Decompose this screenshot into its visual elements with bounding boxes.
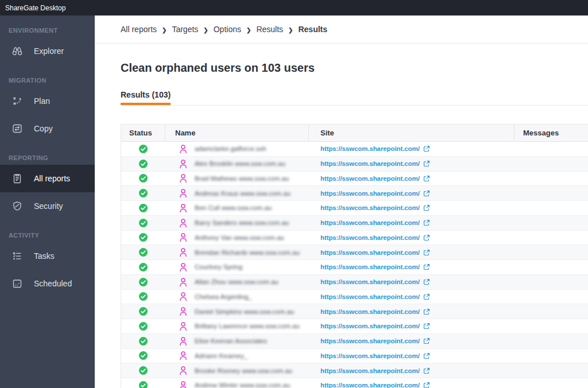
messages-cell [514, 378, 588, 388]
table-row[interactable]: Brendan Richards www.ssw.com.au https://… [121, 245, 588, 260]
site-link[interactable]: https://sswcom.sharepoint.com/ [320, 145, 430, 152]
name-cell: Andreas Kraus www.ssw.com.au [165, 186, 309, 200]
sidebar-section-reporting: REPORTING All reports Security [0, 151, 95, 220]
status-cell [121, 260, 165, 274]
sidebar-item-copy[interactable]: Copy [0, 115, 95, 143]
site-link[interactable]: https://sswcom.sharepoint.com/ [320, 204, 430, 211]
external-link-icon [423, 219, 430, 226]
site-link[interactable]: https://sswcom.sharepoint.com/ [320, 175, 430, 182]
site-link[interactable]: https://sswcom.sharepoint.com/ [320, 234, 430, 241]
external-link-icon [423, 382, 430, 388]
site-link[interactable]: https://sswcom.sharepoint.com/ [320, 160, 430, 167]
table-row[interactable]: Brittany Lawrence www.ssw.com.au https:/… [121, 319, 588, 334]
table-row[interactable]: Anthony Van www.ssw.com.au https://sswco… [121, 231, 588, 246]
breadcrumb-results-current[interactable]: Results [298, 25, 327, 34]
breadcrumb-all-reports[interactable]: All reports [121, 25, 157, 34]
messages-cell [514, 245, 588, 259]
site-cell: https://sswcom.sharepoint.com/ [309, 304, 514, 319]
site-link[interactable]: https://sswcom.sharepoint.com/ [320, 367, 430, 374]
user-name: Brendan Richards www.ssw.com.au [195, 249, 300, 256]
table-body: adamclarke.galforce.ssh https://sswcom.s… [121, 142, 588, 388]
sidebar-item-security[interactable]: Security [0, 192, 95, 220]
site-link[interactable]: https://sswcom.sharepoint.com/ [320, 323, 430, 329]
table-row[interactable]: Brooke Rooney www.ssw.com.au https://ssw… [121, 363, 588, 378]
external-link-icon [423, 367, 430, 374]
external-link-icon [423, 337, 430, 344]
tab-results[interactable]: Results (103) [121, 90, 171, 104]
name-cell: adamclarke.galforce.ssh [165, 142, 309, 156]
breadcrumb-options[interactable]: Options [214, 25, 241, 34]
user-name: Andrew Winter www.ssw.com.au [195, 382, 290, 388]
user-name: Adriann Kearney_ [195, 352, 247, 359]
person-icon [179, 306, 188, 316]
sidebar-item-scheduled[interactable]: Scheduled [0, 270, 95, 298]
success-check-icon [139, 381, 148, 388]
site-link[interactable]: https://sswcom.sharepoint.com/ [320, 219, 430, 226]
site-url: https://sswcom.sharepoint.com/ [320, 204, 420, 211]
status-cell [121, 157, 165, 171]
site-link[interactable]: https://sswcom.sharepoint.com/ [320, 308, 430, 315]
site-link[interactable]: https://sswcom.sharepoint.com/ [320, 352, 430, 359]
table-row[interactable]: Courtney Spring https://sswcom.sharepoin… [121, 260, 588, 275]
user-name: Brad Mathews www.ssw.com.au [195, 175, 289, 182]
report-document-icon [11, 173, 23, 184]
success-check-icon [139, 292, 148, 301]
name-cell: Brittany Lawrence www.ssw.com.au [165, 319, 309, 333]
external-link-icon [423, 190, 430, 197]
section-label-migration: MIGRATION [0, 73, 95, 87]
site-link[interactable]: https://sswcom.sharepoint.com/ [320, 337, 430, 344]
sidebar-item-plan[interactable]: Plan [0, 87, 95, 115]
site-url: https://sswcom.sharepoint.com/ [320, 367, 420, 374]
site-link[interactable]: https://sswcom.sharepoint.com/ [320, 249, 430, 256]
sidebar-item-all-reports[interactable]: All reports [0, 165, 95, 193]
column-header-messages[interactable]: Messages [514, 125, 588, 141]
site-url: https://sswcom.sharepoint.com/ [320, 160, 420, 167]
site-link[interactable]: https://sswcom.sharepoint.com/ [320, 293, 430, 300]
site-link[interactable]: https://sswcom.sharepoint.com/ [320, 278, 430, 285]
status-cell [121, 349, 165, 363]
external-link-icon [423, 145, 430, 152]
messages-cell [514, 231, 588, 245]
table-row[interactable]: Chelsea Argenling_ https://sswcom.sharep… [121, 290, 588, 305]
site-link[interactable]: https://sswcom.sharepoint.com/ [320, 382, 430, 388]
calendar-icon [11, 278, 23, 289]
table-row[interactable]: Allan Zhou www.ssw.com.au https://sswcom… [121, 275, 588, 290]
site-url: https://sswcom.sharepoint.com/ [320, 337, 420, 344]
table-row[interactable]: Ben Cull www.ssw.com.au https://sswcom.s… [121, 201, 588, 216]
breadcrumb-targets[interactable]: Targets [172, 25, 198, 34]
table-row[interactable]: Daniel Simpkins www.ssw.com.au https://s… [121, 304, 588, 319]
site-cell: https://sswcom.sharepoint.com/ [309, 349, 514, 363]
sidebar-item-tasks[interactable]: Tasks [0, 242, 95, 270]
column-header-site[interactable]: Site [309, 125, 514, 141]
name-cell: Barry Sanders www.ssw.com.au [165, 216, 309, 230]
table-row[interactable]: Adriann Kearney_ https://sswcom.sharepoi… [121, 349, 588, 364]
table-row[interactable]: Barry Sanders www.ssw.com.au https://ssw… [121, 216, 588, 231]
messages-cell [514, 260, 588, 274]
results-table: Status Name Site Messages adamclarke.gal… [121, 124, 588, 388]
table-row[interactable]: Alex Brooklin www.ssw.com.au https://ssw… [121, 157, 588, 172]
site-link[interactable]: https://sswcom.sharepoint.com/ [320, 263, 430, 270]
table-row[interactable]: Andreas Kraus www.ssw.com.au https://ssw… [121, 186, 588, 201]
messages-cell [514, 201, 588, 215]
column-header-name[interactable]: Name [165, 125, 309, 141]
table-row[interactable]: Brad Mathews www.ssw.com.au https://sswc… [121, 172, 588, 187]
table-row[interactable]: Elise Keenan Associates https://sswcom.s… [121, 334, 588, 349]
user-name: adamclarke.galforce.ssh [195, 145, 266, 152]
status-cell [121, 142, 165, 156]
chevron-right-icon: ❯ [162, 27, 167, 33]
success-check-icon [139, 337, 148, 346]
status-cell [121, 245, 165, 259]
table-row[interactable]: Andrew Winter www.ssw.com.au https://ssw… [121, 378, 588, 388]
site-cell: https://sswcom.sharepoint.com/ [309, 245, 514, 259]
messages-cell [514, 275, 588, 289]
sidebar-item-explorer[interactable]: Explorer [0, 37, 95, 65]
external-link-icon [423, 175, 430, 182]
column-header-status[interactable]: Status [121, 125, 165, 141]
breadcrumb-results[interactable]: Results [256, 25, 283, 34]
success-check-icon [139, 174, 148, 183]
name-cell: Alex Brooklin www.ssw.com.au [165, 157, 309, 171]
table-row[interactable]: adamclarke.galforce.ssh https://sswcom.s… [121, 142, 588, 157]
success-check-icon [139, 160, 148, 168]
messages-cell [514, 290, 588, 304]
site-link[interactable]: https://sswcom.sharepoint.com/ [320, 190, 430, 197]
